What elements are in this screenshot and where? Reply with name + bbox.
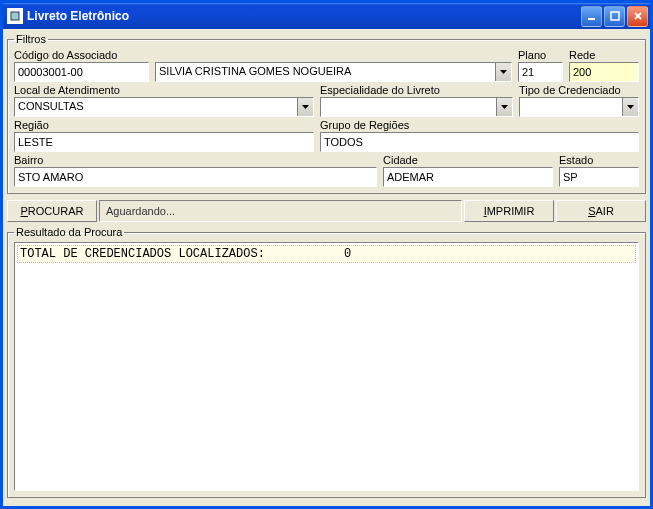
chevron-down-icon [302, 105, 309, 109]
svg-marker-6 [302, 105, 309, 109]
resultado-legend: Resultado da Procura [14, 226, 124, 238]
local-select[interactable]: CONSULTAS [14, 97, 314, 117]
sair-button[interactable]: SAIR [556, 200, 646, 222]
regiao-input[interactable] [14, 132, 314, 152]
especialidade-dropdown-button[interactable] [496, 98, 512, 116]
minimize-icon [587, 11, 597, 21]
estado-label: Estado [559, 154, 639, 166]
especialidade-field: Especialidade do Livreto [320, 84, 513, 117]
row-3: Região Grupo de Regiões [14, 119, 639, 152]
window-buttons [581, 6, 648, 27]
svg-rect-0 [11, 12, 19, 20]
nome-select[interactable]: SILVIA CRISTINA GOMES NOGUEIRA [155, 62, 512, 82]
svg-rect-2 [611, 12, 619, 20]
nome-label-spacer [155, 49, 512, 61]
regiao-field: Região [14, 119, 314, 152]
estado-field: Estado [559, 154, 639, 187]
codigo-input[interactable] [14, 62, 149, 82]
local-dropdown-button[interactable] [297, 98, 313, 116]
bairro-input[interactable] [14, 167, 377, 187]
client-area: Filtros Código do Associado SILVIA CRIST… [3, 29, 650, 506]
local-field: Local de Atendimento CONSULTAS [14, 84, 314, 117]
row-2: Local de Atendimento CONSULTAS Especiali… [14, 84, 639, 117]
chevron-down-icon [501, 105, 508, 109]
chevron-down-icon [500, 70, 507, 74]
especialidade-select[interactable] [320, 97, 513, 117]
tipo-field: Tipo de Credenciado [519, 84, 639, 117]
tipo-value [520, 98, 622, 116]
maximize-icon [610, 11, 620, 21]
svg-marker-8 [627, 105, 634, 109]
filtros-legend: Filtros [14, 33, 48, 45]
bairro-label: Bairro [14, 154, 377, 166]
results-line: TOTAL DE CREDENCIADOS LOCALIZADOS: 0 [17, 245, 636, 263]
grupo-input[interactable] [320, 132, 639, 152]
chevron-down-icon [627, 105, 634, 109]
especialidade-label: Especialidade do Livreto [320, 84, 513, 96]
status-text: Aguardando... [106, 205, 175, 217]
bairro-field: Bairro [14, 154, 377, 187]
nome-field: SILVIA CRISTINA GOMES NOGUEIRA [155, 49, 512, 82]
svg-marker-5 [500, 70, 507, 74]
svg-marker-7 [501, 105, 508, 109]
resultado-group: Resultado da Procura TOTAL DE CREDENCIAD… [7, 226, 646, 498]
maximize-button[interactable] [604, 6, 625, 27]
rede-field: Rede [569, 49, 639, 82]
rede-label: Rede [569, 49, 639, 61]
status-box: Aguardando... [99, 200, 462, 222]
plano-input[interactable] [518, 62, 563, 82]
grupo-label: Grupo de Regiões [320, 119, 639, 131]
especialidade-value [321, 98, 496, 116]
app-window: Livreto Eletrônico Filtros Código do Ass… [0, 0, 653, 509]
procurar-button[interactable]: PROCURAR [7, 200, 97, 222]
codigo-field: Código do Associado [14, 49, 149, 82]
minimize-button[interactable] [581, 6, 602, 27]
results-area[interactable]: TOTAL DE CREDENCIADOS LOCALIZADOS: 0 [14, 242, 639, 491]
app-icon [7, 8, 23, 24]
filtros-group: Filtros Código do Associado SILVIA CRIST… [7, 33, 646, 194]
imprimir-button[interactable]: IMPRIMIR [464, 200, 554, 222]
close-icon [633, 11, 643, 21]
row-4: Bairro Cidade Estado [14, 154, 639, 187]
close-button[interactable] [627, 6, 648, 27]
regiao-label: Região [14, 119, 314, 131]
tipo-dropdown-button[interactable] [622, 98, 638, 116]
titlebar[interactable]: Livreto Eletrônico [3, 3, 650, 29]
rede-input[interactable] [569, 62, 639, 82]
local-label: Local de Atendimento [14, 84, 314, 96]
action-row: PROCURAR Aguardando... IMPRIMIR SAIR [7, 200, 646, 222]
local-value: CONSULTAS [15, 98, 297, 116]
nome-dropdown-button[interactable] [495, 63, 511, 81]
plano-field: Plano [518, 49, 563, 82]
svg-rect-1 [588, 18, 595, 20]
cidade-input[interactable] [383, 167, 553, 187]
nome-value: SILVIA CRISTINA GOMES NOGUEIRA [156, 63, 495, 81]
tipo-label: Tipo de Credenciado [519, 84, 639, 96]
grupo-field: Grupo de Regiões [320, 119, 639, 152]
plano-label: Plano [518, 49, 563, 61]
tipo-select[interactable] [519, 97, 639, 117]
estado-input[interactable] [559, 167, 639, 187]
codigo-label: Código do Associado [14, 49, 149, 61]
window-title: Livreto Eletrônico [27, 9, 581, 23]
cidade-label: Cidade [383, 154, 553, 166]
cidade-field: Cidade [383, 154, 553, 187]
row-1: Código do Associado SILVIA CRISTINA GOME… [14, 49, 639, 82]
